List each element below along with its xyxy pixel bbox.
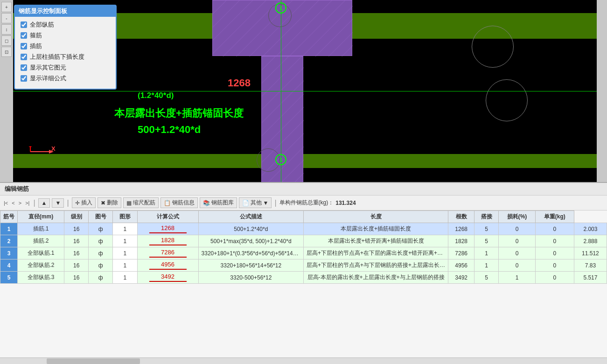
table-row[interactable]: 4全部纵筋.216ф1 4956 3320+180+56*14+56*12层高+…	[0, 259, 607, 272]
dropdown-icon: ▼	[263, 200, 269, 206]
table-row[interactable]: 1插筋.116ф1 1268 500+1.2*40*d本层露出长度+插筋锚固长度…	[0, 223, 607, 235]
panel-label-5: 显示详细公式	[30, 74, 66, 83]
row-desc-0: 本层露出长度+插筋锚固长度	[304, 223, 448, 235]
row-cell-0-4: 2.003	[574, 223, 607, 235]
toolbar-select[interactable]: ◻	[1, 35, 12, 46]
row-name-4: 全部纵筋.3	[18, 272, 64, 284]
row-cell-0-3: 0	[535, 223, 574, 235]
row-formula-0: 500+1.2*40*d	[198, 223, 304, 235]
row-diameter-2: 16	[64, 247, 89, 259]
col-header-根数: 根数	[448, 211, 474, 223]
row-cell-4-4: 5.517	[574, 272, 607, 284]
row-shape-3: 4956	[137, 259, 198, 272]
row-grade-4: ф	[89, 272, 113, 284]
row-num-3: 4	[0, 259, 18, 272]
row-cell-0-2: 0	[499, 223, 535, 235]
nav-first[interactable]: |<	[3, 200, 9, 206]
toolbar-pan[interactable]: ↕	[1, 24, 12, 35]
row-cell-3-4: 7.83	[574, 259, 607, 272]
row-formula-4: 3320-500+56*12	[198, 272, 304, 284]
col-header-图号: 图号	[89, 211, 113, 223]
row-cell-1-0: 1828	[448, 235, 474, 247]
row-formula-1: 500+1*max(35*d, 500)+1.2*40*d	[198, 235, 304, 247]
btn-down[interactable]: ▼	[52, 198, 64, 208]
table-row[interactable]: 3全部纵筋.116ф1 7286 3320+180+1*(0.3*56*d+56…	[0, 247, 607, 259]
col-header-公式描述: 公式描述	[198, 211, 304, 223]
row-shape-0: 1268	[137, 223, 198, 235]
row-cell-2-0: 7286	[448, 247, 474, 259]
btn-delete[interactable]: ✖ 删除	[98, 197, 121, 208]
row-grade-3: ф	[89, 259, 113, 272]
row-fig-0: 1	[113, 223, 137, 235]
col-header-损耗(%): 损耗(%)	[499, 211, 535, 223]
col-header-搭接: 搭接	[474, 211, 499, 223]
btn-rebar-info[interactable]: 📋 钢筋信息	[160, 197, 198, 208]
row-name-1: 插筋.2	[18, 235, 64, 247]
panel-item-3: 上层柱插筋下插长度	[21, 53, 110, 61]
panel-checkbox-4[interactable]	[21, 64, 27, 71]
table-row[interactable]: 2插筋.216ф1 1828 500+1*max(35*d, 500)+1.2*…	[0, 235, 607, 247]
row-fig-4: 1	[113, 272, 137, 284]
hscroll[interactable]	[0, 357, 607, 364]
axis-arrow: X	[28, 146, 56, 159]
row-cell-3-1: 1	[474, 259, 499, 272]
axis-label: X	[51, 145, 56, 152]
panel-item-1: 箍筋	[21, 31, 110, 40]
row-diameter-4: 16	[64, 272, 89, 284]
panel-label-3: 上层柱插筋下插长度	[30, 53, 84, 61]
row-cell-4-0: 3492	[448, 272, 474, 284]
btn-insert[interactable]: ✛ 插入	[72, 197, 96, 208]
row-cell-2-2: 0	[499, 247, 535, 259]
bottom-panel: 编辑钢筋 |< < > >| | ▲ ▼ | ✛ 插入 ✖ 删除 ▦ 缩尺配筋 …	[0, 182, 607, 364]
btn-rebar-lib[interactable]: 📚 钢筋图库	[200, 197, 237, 208]
table-scroll[interactable]: 筋号直径(mm)级别图号图形计算公式公式描述长度根数搭接损耗(%)单重(kg) …	[0, 210, 607, 357]
annotation-main: 本层露出长度+插筋锚固长度	[114, 106, 244, 120]
section-title: 编辑钢筋	[0, 183, 607, 196]
row-shape-1: 1828	[137, 235, 198, 247]
panel-label-0: 全部纵筋	[30, 21, 54, 29]
panel-label-4: 显示其它图元	[30, 63, 66, 72]
row-name-3: 全部纵筋.2	[18, 259, 64, 272]
row-grade-2: ф	[89, 247, 113, 259]
panel-item-4: 显示其它图元	[21, 63, 110, 72]
nav-prev[interactable]: <	[11, 200, 15, 206]
col-header-单重(kg): 单重(kg)	[535, 211, 574, 223]
panel-checkbox-5[interactable]	[21, 75, 27, 82]
table-row[interactable]: 5全部纵筋.316ф1 3492 3320-500+56*12层高-本层的露出长…	[0, 272, 607, 284]
toolbar-zoom-in[interactable]: +	[1, 2, 12, 12]
row-grade-0: ф	[89, 223, 113, 235]
nav-last[interactable]: >|	[24, 200, 30, 206]
panel-checkbox-3[interactable]	[21, 54, 27, 60]
btn-other[interactable]: 📄 其他 ▼	[239, 197, 272, 208]
panel-item-5: 显示详细公式	[21, 74, 110, 83]
info-icon: 📋	[164, 200, 171, 206]
btn-scale[interactable]: ▦ 缩尺配筋	[123, 197, 159, 208]
row-cell-2-4: 11.512	[574, 247, 607, 259]
toolbar-zoom-out[interactable]: -	[1, 13, 12, 23]
row-cell-4-3: 0	[535, 272, 574, 284]
sep2: |	[66, 199, 70, 207]
panel-checkbox-2[interactable]	[21, 43, 27, 49]
lib-icon: 📚	[203, 200, 210, 206]
row-cell-2-1: 1	[474, 247, 499, 259]
toolbar-fit[interactable]: ⊡	[1, 47, 12, 57]
hscroll-thumb[interactable]	[47, 358, 140, 364]
btn-up[interactable]: ▲	[38, 198, 50, 208]
nav-next[interactable]: >	[18, 200, 22, 206]
badge-bottom: 1	[275, 154, 286, 165]
circle-right-2	[486, 79, 528, 121]
annotation-sub: 500+1.2*40*d	[138, 124, 201, 136]
row-cell-4-1: 5	[474, 272, 499, 284]
panel-checkbox-0[interactable]	[21, 21, 27, 28]
row-desc-2: 层高+下层柱的节点高+在下层的露出长度+错开距离+与下层钢筋的搭接+上层露出长度…	[304, 247, 448, 259]
annotation-formula: (1.2*40*d)	[138, 91, 174, 100]
row-shape-2: 7286	[137, 247, 198, 259]
panel-checkbox-1[interactable]	[21, 32, 27, 39]
other-icon: 📄	[242, 200, 249, 206]
control-panel: 钢筋显示控制面板 全部纵筋箍筋插筋上层柱插筋下插长度显示其它图元显示详细公式	[14, 5, 117, 90]
row-diameter-3: 16	[64, 259, 89, 272]
row-cell-3-3: 0	[535, 259, 574, 272]
row-fig-3: 1	[113, 259, 137, 272]
right-toolbar	[597, 0, 607, 182]
badge-top: 1	[275, 2, 286, 14]
